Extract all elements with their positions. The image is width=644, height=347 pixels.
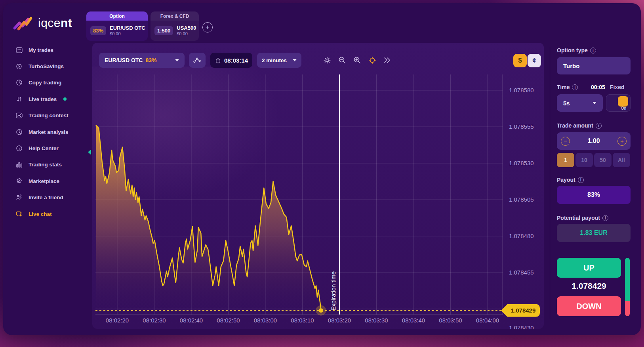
crosshair-button[interactable] [368,55,377,65]
x-axis-label: 08:03:10 [291,317,314,324]
zoom-in-icon [352,55,362,65]
trade-amount-label: Trade amounti [557,122,602,129]
zoom-in-button[interactable] [352,55,362,65]
sidebar-item-label: Marketplace [29,178,59,184]
quick-amount-all[interactable]: All [613,153,630,167]
sidebar-item-label: Market analysis [29,129,69,135]
chevron-down-icon [593,102,596,104]
sidebar-item-label: Live chat [29,211,52,217]
chart-timer: 08:03:14 [210,53,252,68]
expand-tools-button[interactable] [382,55,391,65]
sentiment-bar [625,258,630,316]
quick-amount-50[interactable]: 50 [594,153,612,167]
option-symbol: EUR/USD OTC [110,25,145,31]
info-icon[interactable]: i [602,215,608,221]
sidebar-item-label: TurboSavings [29,63,64,69]
chart-timer-value: 08:03:14 [224,57,248,64]
help-center-icon [15,144,23,153]
brand-name: iqcent [38,16,72,30]
sidebar-item-label: Trading stats [29,162,62,168]
symbol-select[interactable]: EUR/USD OTC 83% [99,53,185,68]
sidebar-item-trading-contest[interactable]: Trading contest [15,111,69,120]
live-dot [63,97,67,101]
sidebar-item-marketplace[interactable]: Marketplace [15,176,59,186]
y-axis-label-partial: 1.078430 [509,324,534,329]
sidebar-item-invite-a-friend[interactable]: Invite a friend [15,193,63,202]
currency-cent-button[interactable]: ¢ [528,54,541,67]
current-point-dot [319,308,323,313]
current-price-tag-value: 1.078429 [511,307,536,314]
x-axis-label: 08:02:30 [143,317,166,324]
x-axis-label: 08:03:00 [254,317,277,324]
trades-list-icon [15,46,23,54]
option-type-label: Option typei [557,47,596,53]
info-icon[interactable]: i [578,177,584,183]
info-icon[interactable]: i [590,48,596,53]
chart-panel: EUR/USD OTC 83% 08:03:14 2 minutes [92,43,544,329]
fixed-toggle[interactable]: On [606,94,631,112]
brand-logo[interactable]: iqcent [13,13,72,32]
info-icon[interactable]: i [572,84,578,90]
sidebar-item-trading-stats[interactable]: Trading stats [15,160,62,170]
interval-select[interactable]: 2 minutes [257,53,301,68]
forex-balance: $0.00 [177,31,196,37]
option-payout-badge: 83% [90,26,106,35]
x-axis-label: 08:03:20 [328,317,351,324]
interval-select-label: 2 minutes [262,57,287,63]
x-axis-label: 08:03:30 [365,317,388,324]
copy-trading-icon [15,78,23,87]
sidebar-item-label: Invite a friend [29,194,63,200]
up-button[interactable]: UP [557,258,621,278]
time-select[interactable]: 5s [557,94,603,112]
stopwatch-icon [215,57,221,64]
currency-dollar-button[interactable]: $ [513,54,527,67]
info-icon[interactable]: i [596,123,602,129]
app-window: iqcent Option 83% EUR/USD OTC $0.00 Fore… [0,0,644,347]
sidebar-item-label: My trades [29,47,53,53]
x-axis-label: 08:02:40 [180,317,203,324]
sidebar-item-turbosavings[interactable]: TurboSavings [15,61,64,71]
sidebar-item-copy-trading[interactable]: Copy trading [15,78,61,88]
chart-type-button[interactable] [189,53,206,68]
chevron-down-icon [175,59,179,61]
forex-leverage-badge: 1:500 [154,26,173,35]
sidebar-item-label: Trading contest [29,112,69,118]
sidebar-item-my-trades[interactable]: My trades [15,45,53,55]
crosshair-icon [368,55,377,65]
zoom-out-button[interactable] [337,55,347,65]
sidebar-item-help-center[interactable]: Help Center [15,143,59,153]
x-axis-label: 08:02:50 [217,317,240,324]
chart-settings-button[interactable] [322,55,332,65]
amount-decrease-button[interactable]: − [561,137,570,146]
chart-type-icon [192,55,202,65]
marketplace-icon [15,177,23,185]
sidebar-item-market-analysis[interactable]: Market analysis [15,127,69,137]
option-type-select[interactable]: Turbo [557,57,631,74]
sidebar-item-label: Help Center [29,145,59,151]
sidebar-item-live-chat[interactable]: Live chat [15,209,52,219]
add-asset-button[interactable]: + [202,22,213,32]
asset-tab-forex[interactable]: Forex & CFD 1:500 USA500 $0.00 [151,11,199,41]
time-countdown: 00:05 [591,84,605,90]
asset-tab-option[interactable]: Option 83% EUR/USD OTC $0.00 [86,11,148,41]
quick-amount-1[interactable]: 1 [557,153,574,167]
quick-amount-10[interactable]: 10 [575,153,593,167]
sidebar-collapse-icon[interactable] [88,149,91,155]
trading-contest-icon [15,111,23,120]
fixed-label: Fixed [610,84,625,90]
down-button[interactable]: DOWN [557,296,621,316]
sentiment-up-segment [625,258,630,301]
payout-value-box: 83% [557,186,631,204]
spot-price: 1.078429 [557,281,621,291]
price-chart-svg[interactable]: 08:02:2008:02:3008:02:4008:02:5008:03:00… [92,71,544,329]
live-chat-icon [15,210,23,218]
amount-increase-button[interactable]: + [617,137,627,146]
trading-stats-icon [15,160,23,169]
invite-friend-icon [15,193,23,202]
y-axis-label: 1.078455 [509,269,534,276]
trade-amount-value[interactable]: 1.00 [587,137,600,145]
panel-divider [550,47,550,319]
chevrons-right-icon [382,55,391,65]
sidebar-item-live-trades[interactable]: Live trades [15,94,67,104]
sidebar-item-label: Live trades [29,96,57,102]
